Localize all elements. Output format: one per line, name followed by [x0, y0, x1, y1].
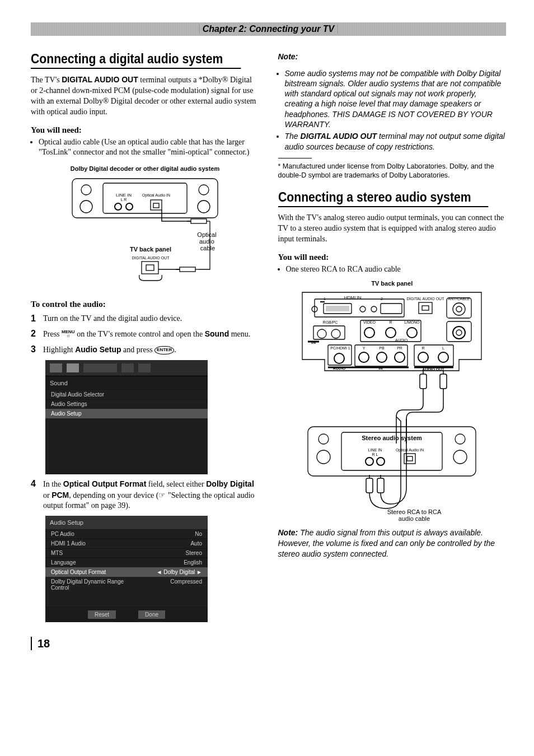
note-label: Note: [278, 52, 298, 61]
figure-digital-audio: Dolby Digital decoder or other digital a… [31, 163, 259, 292]
svg-point-94 [377, 458, 385, 465]
svg-text:PR: PR [397, 346, 402, 350]
svg-rect-13 [153, 203, 159, 208]
svg-point-9 [115, 203, 121, 210]
stereo-intro: With the TV's analog stereo audio output… [278, 213, 507, 245]
svg-rect-14 [191, 219, 207, 223]
svg-rect-31 [326, 306, 349, 311]
svg-point-58 [456, 330, 462, 335]
svg-text:ANT/CABLE: ANT/CABLE [448, 297, 470, 301]
svg-point-10 [126, 203, 133, 210]
svg-point-61 [334, 353, 344, 363]
svg-rect-96 [404, 454, 415, 464]
svg-text:Stereo audio system: Stereo audio system [362, 435, 422, 441]
step-4: 4 In the Optical Output Format field, se… [31, 479, 259, 512]
svg-point-90 [453, 450, 467, 464]
svg-point-51 [386, 328, 396, 338]
svg-text:Stereo RCA to RCA: Stereo RCA to RCA [387, 508, 442, 515]
svg-rect-20 [142, 262, 158, 274]
figure-stereo-audio: TV back panel HDMI IN 1 2 DIGITAL AUDIO … [278, 280, 507, 522]
svg-point-52 [407, 328, 417, 338]
svg-rect-98 [366, 478, 373, 493]
svg-rect-21 [146, 265, 154, 270]
svg-text:DIGITAL AUDIO OUT: DIGITAL AUDIO OUT [407, 297, 445, 301]
svg-point-3 [81, 185, 91, 195]
chapter-banner: Chapter 2: Connecting your TV [31, 22, 506, 36]
intro-para: The TV's DIGITAL AUDIO OUT terminal outp… [31, 74, 259, 118]
control-heading: To control the audio: [31, 300, 259, 309]
svg-text:R: R [390, 320, 392, 324]
svg-point-75 [418, 352, 428, 362]
svg-point-33 [371, 306, 377, 312]
svg-text:PB: PB [380, 346, 385, 350]
screen-audio-setup: Audio Setup PC AudioNo HDMI 1 AudioAuto … [45, 516, 208, 622]
svg-point-76 [438, 352, 448, 362]
svg-text:R    L: R L [372, 452, 378, 456]
svg-rect-22 [180, 267, 195, 272]
svg-rect-0 [72, 179, 218, 218]
svg-rect-36 [419, 302, 432, 314]
svg-rect-100 [377, 478, 384, 493]
svg-text:Dolby Digital decoder or other: Dolby Digital decoder or other digital a… [71, 165, 220, 172]
note-item-2: The DIGITAL AUDIO OUT terminal may not o… [285, 131, 507, 152]
note-item-1: Some audio systems may not be compatible… [285, 68, 507, 129]
svg-rect-34 [381, 304, 402, 314]
svg-point-87 [318, 434, 329, 444]
step-3: 3 Highlight Audio Setup and press ENTER. [31, 344, 259, 356]
svg-text:RGB/PC: RGB/PC [323, 320, 338, 324]
svg-text:L    R: L R [120, 198, 127, 202]
svg-text:LINE IN: LINE IN [116, 193, 132, 198]
svg-point-32 [360, 306, 366, 312]
step-2: 2 Press MENU○ on the TV's remote control… [31, 329, 259, 340]
svg-point-57 [453, 326, 465, 339]
section-heading-stereo: Connecting a stereo audio system [278, 190, 488, 207]
svg-rect-37 [422, 306, 429, 310]
svg-text:L: L [442, 346, 444, 350]
enter-button-icon: ENTER [154, 346, 174, 354]
svg-point-45 [331, 329, 340, 338]
svg-point-50 [364, 328, 374, 338]
svg-rect-80 [420, 374, 427, 389]
svg-text:HDMI IN: HDMI IN [344, 295, 362, 300]
svg-text:VIDEO: VIDEO [363, 320, 376, 324]
step-1: 1 Turn on the TV and the digital audio d… [31, 314, 259, 324]
page-number: 18 [31, 637, 506, 650]
svg-point-88 [317, 450, 330, 464]
svg-point-66 [359, 352, 369, 362]
svg-text:Optical Audio IN: Optical Audio IN [396, 448, 424, 452]
svg-text:TV back panel: TV back panel [130, 246, 171, 253]
svg-text:PC/HDMI 1: PC/HDMI 1 [331, 346, 351, 350]
svg-point-5 [199, 185, 209, 195]
svg-point-89 [455, 434, 465, 444]
dolby-footnote: * Manufactured under license from Dolby … [278, 162, 507, 180]
screen-sound-menu: Sound Digital Audio Selector Audio Setti… [45, 360, 208, 474]
svg-text:LINE IN: LINE IN [368, 448, 382, 452]
svg-rect-26 [320, 301, 325, 302]
need-heading: You will need: [31, 125, 259, 135]
svg-point-93 [366, 458, 373, 465]
need-heading-stereo: You will need: [278, 253, 507, 262]
svg-point-6 [198, 200, 210, 213]
svg-text:audio cable: audio cable [399, 515, 430, 522]
svg-point-67 [377, 352, 387, 362]
svg-text:L/MONO: L/MONO [404, 320, 420, 324]
svg-rect-82 [440, 374, 447, 389]
svg-point-44 [317, 329, 326, 338]
menu-button-icon: MENU○ [62, 330, 75, 338]
svg-point-40 [456, 306, 462, 312]
need-item-stereo: One stereo RCA to RCA audio cable [286, 264, 507, 274]
svg-point-68 [395, 352, 405, 362]
svg-rect-12 [151, 200, 162, 210]
svg-text:DIGITAL AUDIO OUT: DIGITAL AUDIO OUT [132, 256, 170, 260]
need-item: Optical audio cable (Use an optical audi… [39, 137, 259, 157]
svg-point-39 [453, 303, 465, 315]
svg-text:Y: Y [363, 346, 366, 350]
svg-rect-97 [407, 456, 413, 461]
svg-text:Optical
            audio
    : Optical audio cable [197, 231, 218, 251]
svg-text:R: R [422, 346, 425, 350]
section-heading-digital: Connecting a digital audio system [31, 52, 241, 69]
svg-point-4 [80, 200, 92, 213]
svg-text:Optical Audio IN: Optical Audio IN [142, 193, 170, 198]
note-output-fixed: Note: The audio signal from this output … [278, 528, 507, 559]
